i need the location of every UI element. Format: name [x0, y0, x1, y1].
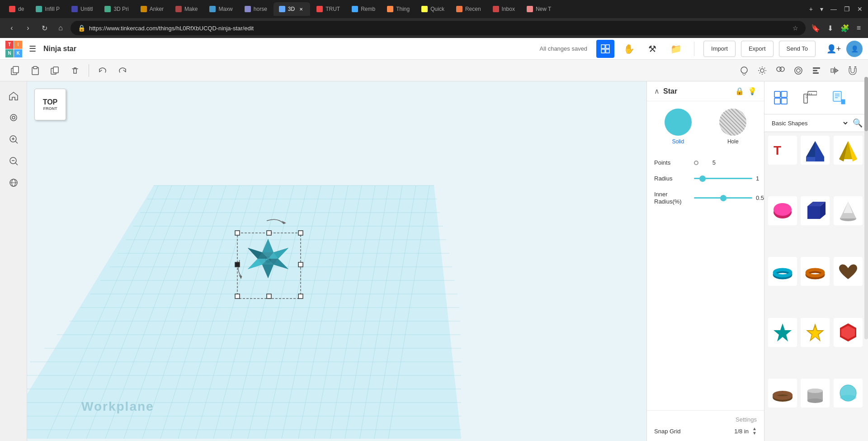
ortho-button[interactable] — [5, 174, 23, 192]
new-tab-button[interactable]: + — [807, 4, 815, 14]
shape-item-cylinder[interactable] — [801, 379, 830, 408]
shape-item-text[interactable]: T — [768, 136, 797, 165]
shape-item-cone[interactable] — [834, 196, 863, 225]
tab-close-button[interactable]: ✕ — [297, 5, 305, 13]
zoom-in-button[interactable] — [5, 130, 23, 148]
shape-item-ellipse[interactable] — [768, 196, 797, 225]
view-cube[interactable]: TOP FRONT — [34, 89, 71, 125]
shape-item-hex[interactable] — [834, 318, 863, 347]
browser-tab-3[interactable]: Untitl — [66, 2, 98, 16]
svg-rect-109 — [781, 98, 787, 104]
annotation-view-button[interactable] — [736, 62, 752, 79]
pocket-icon[interactable]: 🔖 — [809, 22, 822, 34]
undo-button[interactable] — [94, 62, 111, 79]
shapes-notes-button[interactable] — [826, 85, 851, 110]
import-icon-button[interactable]: 📁 — [667, 40, 685, 58]
svg-rect-2 — [601, 49, 605, 53]
user-avatar[interactable]: 👤 — [846, 41, 863, 57]
redo-button[interactable] — [114, 62, 131, 79]
inner-radius-slider[interactable] — [694, 197, 752, 199]
snap-decrease-button[interactable]: ▼ — [752, 431, 757, 436]
browser-tab-5[interactable]: Anker — [135, 2, 169, 16]
hole-type-button[interactable]: Hole — [719, 109, 746, 145]
snap-grid-arrows[interactable]: ▲ ▼ — [752, 427, 757, 436]
shape-item-star-teal[interactable] — [768, 318, 797, 347]
light-button[interactable] — [754, 62, 770, 79]
solid-label: Solid — [672, 138, 684, 145]
align-button[interactable] — [808, 62, 825, 79]
minimize-button[interactable]: — — [829, 4, 839, 14]
browser-tab-4[interactable]: 3D Pri — [99, 2, 134, 16]
home-button[interactable]: ⌂ — [54, 22, 67, 34]
visibility-icon[interactable]: 💡 — [748, 87, 757, 95]
hamburger-menu-icon[interactable]: ☰ — [27, 42, 38, 56]
browser-tab-6[interactable]: Make — [170, 2, 203, 16]
send-to-button[interactable]: Send To — [779, 41, 816, 57]
add-user-button[interactable]: 👤+ — [825, 40, 843, 58]
address-bar[interactable]: 🔒 https://www.tinkercad.com/things/hL0Rf… — [71, 21, 806, 35]
browser-tab-1[interactable]: de — [4, 2, 29, 16]
browser-tab-7[interactable]: Maxw — [204, 2, 238, 16]
flip-button[interactable] — [826, 62, 843, 79]
shape-item-ring[interactable] — [768, 379, 797, 408]
shape-item-prism[interactable] — [801, 136, 830, 165]
import-button[interactable]: Import — [703, 41, 736, 57]
shapes-ruler-button[interactable] — [797, 85, 822, 110]
shape-button[interactable] — [772, 62, 788, 79]
shape-item-torus-orange[interactable] — [801, 257, 830, 286]
lock-icon[interactable]: 🔒 — [735, 87, 744, 95]
browser-tab-13[interactable]: Quick — [416, 2, 450, 16]
settings-toggle[interactable]: Settings — [654, 416, 757, 423]
hand-tool-button[interactable]: ✋ — [620, 40, 638, 58]
paste-button[interactable] — [27, 62, 43, 79]
star-shape-container[interactable] — [217, 208, 316, 309]
download-icon[interactable]: ⬇ — [826, 22, 835, 34]
viewport[interactable]: TOP FRONT — [27, 81, 646, 441]
browser-tab-10[interactable]: TRUT — [311, 2, 345, 16]
zoom-out-button[interactable] — [5, 152, 23, 170]
browser-tab-15[interactable]: Inbox — [487, 2, 520, 16]
solid-type-button[interactable]: Solid — [665, 109, 692, 145]
more-tabs-button[interactable]: ▾ — [818, 4, 825, 14]
maximize-button[interactable]: ❐ — [842, 4, 852, 14]
shapes-grid-view-button[interactable] — [768, 85, 793, 110]
3d-view-button[interactable] — [596, 40, 614, 58]
extensions-icon[interactable]: 🧩 — [839, 22, 851, 34]
group-button[interactable] — [790, 62, 807, 79]
shapes-grid: T — [764, 132, 868, 441]
copy-button[interactable] — [7, 62, 24, 79]
forward-button[interactable]: › — [22, 22, 34, 34]
close-window-button[interactable]: ✕ — [855, 4, 864, 14]
shape-item-pyramid[interactable] — [834, 136, 863, 165]
browser-tab-12[interactable]: Thing — [382, 2, 415, 16]
shape-item-torus-teal[interactable] — [768, 257, 797, 286]
browser-tab-9[interactable]: 3D ✕ — [274, 2, 310, 16]
shape-item-icosphere[interactable] — [834, 379, 863, 408]
menu-icon[interactable]: ≡ — [855, 22, 863, 34]
shapes-search-icon[interactable]: 🔍 — [853, 118, 863, 128]
shape-item-star-yellow[interactable] — [801, 318, 830, 347]
browser-tab-2[interactable]: Infill P — [30, 2, 65, 16]
annotation-button[interactable]: ⚒ — [643, 40, 661, 58]
back-button[interactable]: ‹ — [5, 22, 18, 34]
shapes-scrollbar-thumb[interactable] — [864, 77, 868, 131]
bookmark-star-icon[interactable]: ☆ — [793, 24, 798, 32]
shapes-category-dropdown[interactable]: Basic Shapes Featured Text and Numbers C… — [770, 119, 849, 127]
duplicate-button[interactable] — [47, 62, 63, 79]
delete-button[interactable] — [67, 62, 83, 79]
radius-slider[interactable] — [694, 178, 752, 179]
browser-tab-8[interactable]: horse — [239, 2, 273, 16]
browser-tab-11[interactable]: Remb — [346, 2, 381, 16]
browser-tab-16[interactable]: New T — [521, 2, 557, 16]
fit-view-button[interactable] — [5, 109, 23, 127]
magnet-button[interactable] — [844, 62, 861, 79]
view-cube-inner[interactable]: TOP FRONT — [34, 89, 66, 120]
shape-item-box[interactable] — [801, 196, 830, 225]
shape-collapse-button[interactable]: ∧ — [654, 87, 660, 95]
tab-favicon — [279, 6, 285, 12]
reload-button[interactable]: ↻ — [38, 22, 51, 34]
export-button[interactable]: Export — [741, 41, 774, 57]
browser-tab-14[interactable]: Recen — [451, 2, 486, 16]
shape-item-heart[interactable] — [834, 257, 863, 286]
home-view-button[interactable] — [5, 87, 23, 105]
